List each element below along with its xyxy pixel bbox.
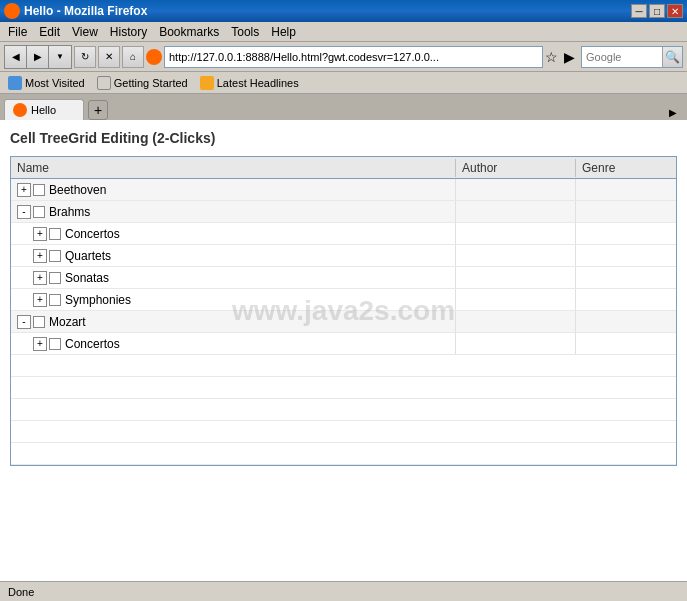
tab-controls: ▶ (663, 105, 683, 120)
menu-help[interactable]: Help (265, 23, 302, 41)
expand-sonatas[interactable]: + (33, 271, 47, 285)
star-icon[interactable]: ☆ (545, 49, 558, 65)
row-genre-concertos1[interactable] (576, 223, 676, 244)
row-genre-symphonies[interactable] (576, 289, 676, 310)
url-input[interactable] (164, 46, 543, 68)
expand-brahms[interactable]: - (17, 205, 31, 219)
tree-grid: www.java2s.com Name Author Genre + Beeth… (10, 156, 677, 466)
dropdown-button[interactable]: ▼ (49, 46, 71, 68)
row-name-quartets[interactable]: + Quartets (11, 245, 456, 266)
row-author-sonatas[interactable] (456, 267, 576, 288)
empty-row (11, 377, 676, 399)
empty-row (11, 399, 676, 421)
table-row[interactable]: - Brahms (11, 201, 676, 223)
row-author-concertos1[interactable] (456, 223, 576, 244)
bookmark-getting-started[interactable]: Getting Started (93, 75, 192, 91)
table-row[interactable]: + Sonatas (11, 267, 676, 289)
new-tab-button[interactable]: + (88, 100, 108, 120)
checkbox-sonatas[interactable] (49, 272, 61, 284)
header-author: Author (456, 159, 576, 177)
checkbox-symphonies[interactable] (49, 294, 61, 306)
row-genre-quartets[interactable] (576, 245, 676, 266)
row-name-symphonies[interactable]: + Symphonies (11, 289, 456, 310)
row-author-quartets[interactable] (456, 245, 576, 266)
tab-scroll-right[interactable]: ▶ (663, 105, 683, 120)
table-row[interactable]: - Mozart (11, 311, 676, 333)
expand-symphonies[interactable]: + (33, 293, 47, 307)
label-concertos1: Concertos (65, 227, 120, 241)
go-button[interactable]: ▶ (560, 49, 579, 65)
nav-buttons: ◀ ▶ ▼ (4, 45, 72, 69)
checkbox-concertos1[interactable] (49, 228, 61, 240)
row-author-mozart[interactable] (456, 311, 576, 332)
content-area: Cell TreeGrid Editing (2-Clicks) www.jav… (0, 120, 687, 581)
row-author-symphonies[interactable] (456, 289, 576, 310)
expand-quartets[interactable]: + (33, 249, 47, 263)
header-name: Name (11, 159, 456, 177)
close-button[interactable]: ✕ (667, 4, 683, 18)
row-author-brahms[interactable] (456, 201, 576, 222)
checkbox-mozart[interactable] (33, 316, 45, 328)
table-row[interactable]: + Concertos (11, 223, 676, 245)
table-row[interactable]: + Concertos (11, 333, 676, 355)
expand-concertos1[interactable]: + (33, 227, 47, 241)
menu-file[interactable]: File (2, 23, 33, 41)
row-name-sonatas[interactable]: + Sonatas (11, 267, 456, 288)
home-button[interactable]: ⌂ (122, 46, 144, 68)
menu-edit[interactable]: Edit (33, 23, 66, 41)
expand-beethoven[interactable]: + (17, 183, 31, 197)
row-genre-concertos2[interactable] (576, 333, 676, 354)
empty-row (11, 421, 676, 443)
row-genre-mozart[interactable] (576, 311, 676, 332)
row-name-brahms[interactable]: - Brahms (11, 201, 456, 222)
window-controls: ─ □ ✕ (631, 4, 683, 18)
forward-button[interactable]: ▶ (27, 46, 49, 68)
header-genre: Genre (576, 159, 676, 177)
row-genre-beethoven[interactable] (576, 179, 676, 200)
title-bar: Hello - Mozilla Firefox ─ □ ✕ (0, 0, 687, 22)
menu-tools[interactable]: Tools (225, 23, 265, 41)
menu-bookmarks[interactable]: Bookmarks (153, 23, 225, 41)
row-genre-brahms[interactable] (576, 201, 676, 222)
minimize-button[interactable]: ─ (631, 4, 647, 18)
row-name-mozart[interactable]: - Mozart (11, 311, 456, 332)
search-container: 🔍 (581, 46, 683, 68)
row-genre-sonatas[interactable] (576, 267, 676, 288)
row-name-beethoven[interactable]: + Beethoven (11, 179, 456, 200)
checkbox-concertos2[interactable] (49, 338, 61, 350)
tab-hello[interactable]: Hello (4, 99, 84, 120)
label-concertos2: Concertos (65, 337, 120, 351)
empty-row (11, 443, 676, 465)
row-name-concertos2[interactable]: + Concertos (11, 333, 456, 354)
row-author-concertos2[interactable] (456, 333, 576, 354)
label-brahms: Brahms (49, 205, 90, 219)
menu-history[interactable]: History (104, 23, 153, 41)
table-row[interactable]: + Symphonies (11, 289, 676, 311)
back-button[interactable]: ◀ (5, 46, 27, 68)
bookmarks-bar: Most Visited Getting Started Latest Head… (0, 72, 687, 94)
table-row[interactable]: + Quartets (11, 245, 676, 267)
stop-button[interactable]: ✕ (98, 46, 120, 68)
tab-label: Hello (31, 104, 56, 116)
expand-concertos2[interactable]: + (33, 337, 47, 351)
bookmark-latest-headlines[interactable]: Latest Headlines (196, 75, 303, 91)
table-row[interactable]: + Beethoven (11, 179, 676, 201)
row-author-beethoven[interactable] (456, 179, 576, 200)
search-input[interactable] (582, 47, 662, 67)
checkbox-brahms[interactable] (33, 206, 45, 218)
reload-button[interactable]: ↻ (74, 46, 96, 68)
label-sonatas: Sonatas (65, 271, 109, 285)
menu-view[interactable]: View (66, 23, 104, 41)
search-icon[interactable]: 🔍 (662, 47, 682, 67)
bookmark-most-visited[interactable]: Most Visited (4, 75, 89, 91)
maximize-button[interactable]: □ (649, 4, 665, 18)
row-name-concertos1[interactable]: + Concertos (11, 223, 456, 244)
checkbox-quartets[interactable] (49, 250, 61, 262)
checkbox-beethoven[interactable] (33, 184, 45, 196)
status-bar: Done (0, 581, 687, 601)
expand-mozart[interactable]: - (17, 315, 31, 329)
tab-favicon (13, 103, 27, 117)
empty-row (11, 355, 676, 377)
url-bar-container: ☆ ▶ (146, 46, 579, 68)
label-symphonies: Symphonies (65, 293, 131, 307)
